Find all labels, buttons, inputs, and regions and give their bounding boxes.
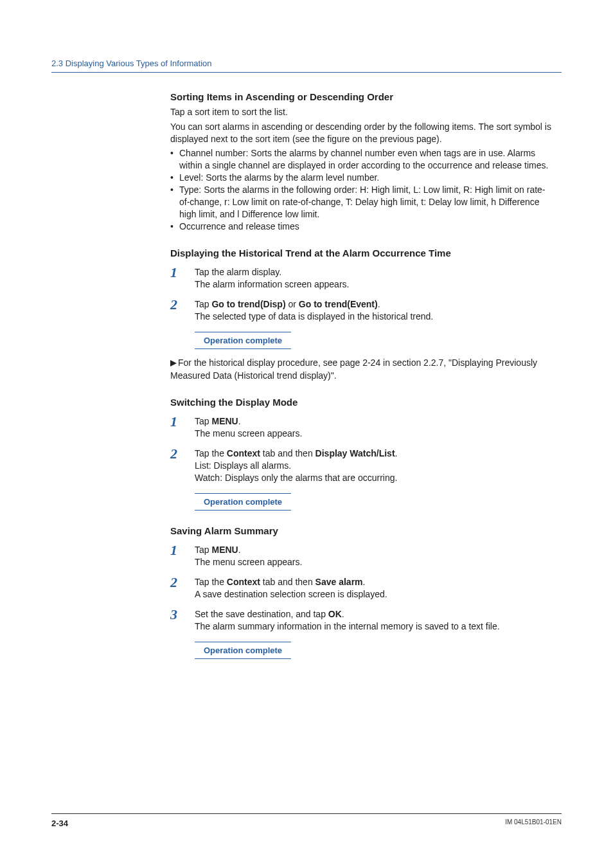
step-list: 1 Tap the alarm display. The alarm infor… <box>170 265 555 349</box>
step-bold: Go to trend(Disp) <box>211 299 285 309</box>
list-item: Level: Sorts the alarms by the alarm lev… <box>170 172 555 184</box>
step-list: 1 Tap MENU. The menu screen appears. 2 T… <box>170 414 555 511</box>
page-number: 2-34 <box>51 818 68 829</box>
step-item: 1 Tap MENU. The menu screen appears. <box>170 414 555 440</box>
xref-arrow-icon <box>170 357 177 370</box>
breadcrumb: 2.3 Displaying Various Types of Informat… <box>51 58 562 73</box>
step-number: 2 <box>170 297 182 312</box>
step-text: Set the save destination, and tap <box>195 609 328 619</box>
step-text: Tap the <box>195 577 227 587</box>
step-bold: Display Watch/List <box>315 448 395 458</box>
step-text: . <box>238 416 241 426</box>
xref-text: For the historical display procedure, se… <box>170 357 537 381</box>
step-item: 3 Set the save destination, and tap OK. … <box>170 607 555 633</box>
step-result: The menu screen appears. <box>195 428 302 439</box>
step-number: 1 <box>170 543 182 557</box>
step-text: . <box>378 299 380 309</box>
cross-reference-note: For the historical display procedure, se… <box>170 357 555 382</box>
step-result: The menu screen appears. <box>195 557 302 567</box>
step-result: List: Displays all alarms. <box>195 460 291 471</box>
step-bold: Context <box>227 448 260 458</box>
step-body: Tap the alarm display. The alarm informa… <box>195 265 555 291</box>
step-text: or <box>286 299 299 309</box>
section-title-saving: Saving Alarm Summary <box>170 525 555 538</box>
step-instruction: Tap the alarm display. <box>195 267 281 277</box>
page-footer: 2-34 IM 04L51B01-01EN <box>51 813 562 829</box>
step-item: 2 Tap the Context tab and then Save alar… <box>170 575 555 601</box>
body-text: Tap a sort item to sort the list. <box>170 106 555 118</box>
step-body: Tap the Context tab and then Save alarm.… <box>195 575 555 601</box>
step-text: . <box>342 609 344 619</box>
step-number: 1 <box>170 265 182 280</box>
step-bold: Go to trend(Event) <box>299 299 378 309</box>
bullet-list: Channel number: Sorts the alarms by chan… <box>170 147 555 232</box>
list-item: Occurrence and release times <box>170 221 555 233</box>
step-list: 1 Tap MENU. The menu screen appears. 2 T… <box>170 543 555 659</box>
step-result: The selected type of data is displayed i… <box>195 311 433 321</box>
step-item: 2 Tap the Context tab and then Display W… <box>170 446 555 484</box>
step-item: 1 Tap the alarm display. The alarm infor… <box>170 265 555 291</box>
step-bold: Save alarm <box>315 577 363 587</box>
main-content: Sorting Items in Ascending or Descending… <box>170 91 555 660</box>
step-bold: MENU <box>211 545 238 555</box>
step-number: 1 <box>170 414 182 429</box>
step-body: Set the save destination, and tap OK. Th… <box>195 607 555 633</box>
step-text: Tap the <box>195 448 227 458</box>
list-item: Type: Sorts the alarms in the following … <box>170 184 555 221</box>
step-result: The alarm information screen appears. <box>195 279 349 289</box>
step-text: . <box>363 577 366 587</box>
section-title-switching: Switching the Display Mode <box>170 396 555 409</box>
section-title-sorting: Sorting Items in Ascending or Descending… <box>170 91 555 104</box>
step-body: Tap MENU. The menu screen appears. <box>195 414 555 440</box>
step-number: 3 <box>170 607 182 622</box>
step-body: Tap the Context tab and then Display Wat… <box>195 446 555 484</box>
step-number: 2 <box>170 446 182 461</box>
step-result: The alarm summary information in the int… <box>195 621 500 631</box>
step-item: 1 Tap MENU. The menu screen appears. <box>170 543 555 568</box>
step-text: . <box>395 448 398 458</box>
step-text: tab and then <box>260 448 315 458</box>
list-item: Channel number: Sorts the alarms by chan… <box>170 147 555 172</box>
svg-marker-0 <box>170 360 177 366</box>
step-body: Tap MENU. The menu screen appears. <box>195 543 555 568</box>
step-text: Tap <box>195 299 211 309</box>
step-text: Tap <box>195 545 211 555</box>
step-bold: OK <box>328 609 342 619</box>
step-item: 2 Tap Go to trend(Disp) or Go to trend(E… <box>170 297 555 323</box>
step-text: . <box>238 545 241 555</box>
operation-complete-badge: Operation complete <box>195 642 291 660</box>
document-id: IM 04L51B01-01EN <box>505 818 562 829</box>
step-bold: MENU <box>211 416 238 426</box>
step-body: Tap Go to trend(Disp) or Go to trend(Eve… <box>195 297 555 323</box>
step-result: A save destination selection screen is d… <box>195 589 387 599</box>
section-title-historical: Displaying the Historical Trend at the A… <box>170 247 555 260</box>
step-text: Tap <box>195 416 211 426</box>
step-text: tab and then <box>260 577 315 587</box>
operation-complete-badge: Operation complete <box>195 493 291 511</box>
step-result: Watch: Displays only the alarms that are… <box>195 473 397 483</box>
step-bold: Context <box>227 577 260 587</box>
document-page: 2.3 Displaying Various Types of Informat… <box>0 0 613 868</box>
step-number: 2 <box>170 575 182 590</box>
body-text: You can sort alarms in ascending or desc… <box>170 121 555 145</box>
operation-complete-badge: Operation complete <box>195 332 291 350</box>
